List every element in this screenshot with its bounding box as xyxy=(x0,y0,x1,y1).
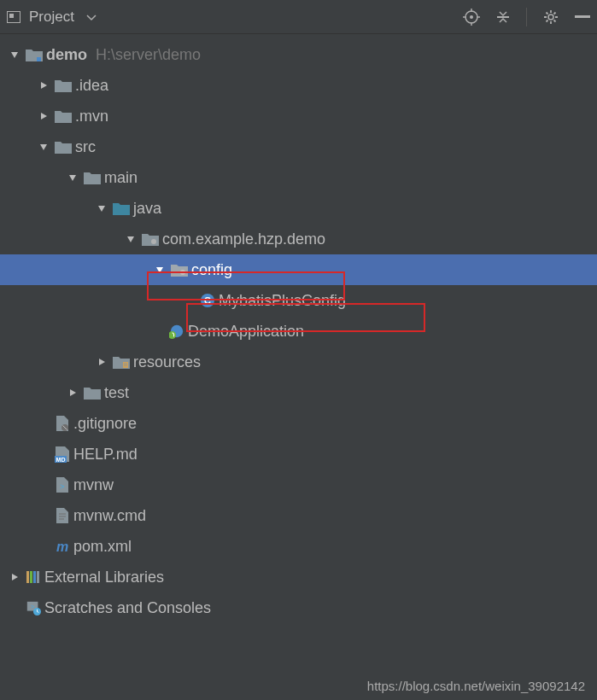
tree-label: DemoApplication xyxy=(188,323,304,341)
source-folder-icon xyxy=(113,201,130,215)
markdown-file-icon: MD xyxy=(55,446,70,463)
svg-rect-28 xyxy=(26,571,29,583)
tree-item-pomxml[interactable]: m pom.xml xyxy=(0,531,597,562)
maven-file-icon: m xyxy=(55,538,70,555)
tree-path: H:\server\demo xyxy=(96,46,201,64)
svg-rect-31 xyxy=(37,571,39,583)
folder-icon xyxy=(55,79,72,92)
tree-label: config xyxy=(191,261,232,279)
tree-label: main xyxy=(104,169,138,187)
svg-point-1 xyxy=(470,15,473,19)
svg-rect-9 xyxy=(37,57,41,61)
tree-item-resources[interactable]: resources xyxy=(0,347,597,377)
tree-label: src xyxy=(75,138,96,156)
tree-label: mvnw xyxy=(73,476,114,494)
tree-item-mvnw[interactable]: > mvnw xyxy=(0,470,597,500)
expand-arrow-icon[interactable] xyxy=(36,143,51,151)
toolbar-divider xyxy=(526,8,527,26)
resources-folder-icon xyxy=(113,355,130,369)
svg-rect-29 xyxy=(30,571,32,583)
dropdown-arrow-icon[interactable] xyxy=(86,9,97,25)
libraries-icon xyxy=(26,569,41,586)
folder-icon xyxy=(55,140,72,154)
tree-item-scratches[interactable]: > Scratches and Consoles xyxy=(0,592,597,623)
tree-item-demo[interactable]: demo H:\server\demo xyxy=(0,39,597,70)
tree-item-demoapp[interactable]: DemoApplication xyxy=(0,316,597,347)
svg-text:MD: MD xyxy=(56,457,66,463)
tree-item-idea[interactable]: .idea xyxy=(0,70,597,101)
expand-arrow-icon[interactable] xyxy=(7,573,22,581)
svg-text:>: > xyxy=(60,482,64,491)
spring-class-icon xyxy=(169,323,184,340)
expand-arrow-icon[interactable] xyxy=(123,235,138,243)
tree-label: .gitignore xyxy=(73,415,137,433)
svg-point-11 xyxy=(180,270,185,275)
svg-text:>: > xyxy=(31,603,35,610)
tree-item-test[interactable]: test xyxy=(0,377,597,408)
package-icon xyxy=(142,232,159,246)
tree-label: HELP.md xyxy=(73,446,138,464)
tree-item-java[interactable]: java xyxy=(0,193,597,224)
tree-label: mvnw.cmd xyxy=(73,507,146,525)
tree-item-mvn[interactable]: .mvn xyxy=(0,101,597,131)
project-tree: demo H:\server\demo .idea .mvn src main … xyxy=(0,34,597,623)
expand-arrow-icon[interactable] xyxy=(152,265,167,274)
collapse-icon[interactable] xyxy=(495,9,511,25)
svg-text:C: C xyxy=(204,295,211,306)
tree-item-main[interactable]: main xyxy=(0,162,597,193)
class-icon: C xyxy=(200,292,215,309)
tree-label: test xyxy=(104,384,129,402)
tree-label: MybatisPlusConfig xyxy=(219,292,346,310)
gear-icon[interactable] xyxy=(542,9,559,26)
file-icon: > xyxy=(55,476,70,493)
project-view-icon xyxy=(7,11,20,23)
tree-label: demo xyxy=(46,46,87,64)
expand-arrow-icon[interactable] xyxy=(94,358,109,366)
folder-icon xyxy=(84,386,101,400)
tree-label: .mvn xyxy=(75,108,108,125)
expand-arrow-icon[interactable] xyxy=(36,112,51,120)
project-label[interactable]: Project xyxy=(29,9,74,26)
tree-item-gitignore[interactable]: .gitignore xyxy=(0,408,597,439)
expand-arrow-icon[interactable] xyxy=(65,173,80,182)
tree-label: resources xyxy=(133,353,201,371)
project-toolbar: Project xyxy=(0,0,597,34)
folder-icon xyxy=(84,171,101,184)
package-icon xyxy=(171,263,188,277)
svg-rect-8 xyxy=(575,15,590,18)
svg-text:m: m xyxy=(56,540,68,554)
tree-label: com.example.hzp.demo xyxy=(162,230,325,248)
expand-arrow-icon[interactable] xyxy=(65,388,80,397)
svg-point-10 xyxy=(151,239,156,244)
expand-arrow-icon[interactable] xyxy=(7,50,22,59)
tree-label: Scratches and Consoles xyxy=(44,599,211,617)
tree-item-config[interactable]: config xyxy=(0,254,597,285)
tree-label: pom.xml xyxy=(73,538,132,556)
tree-item-src[interactable]: src xyxy=(0,131,597,162)
watermark: https://blog.csdn.net/weixin_39092142 xyxy=(367,679,585,693)
tree-item-external-libraries[interactable]: External Libraries xyxy=(0,562,597,592)
target-icon[interactable] xyxy=(463,9,480,26)
tree-label: External Libraries xyxy=(44,569,164,586)
svg-rect-16 xyxy=(123,362,128,368)
svg-rect-30 xyxy=(33,571,36,583)
tree-item-mybatis[interactable]: C MybatisPlusConfig xyxy=(0,285,597,316)
tree-item-package[interactable]: com.example.hzp.demo xyxy=(0,224,597,254)
file-icon xyxy=(55,507,70,524)
tree-label: .idea xyxy=(75,77,108,95)
folder-icon xyxy=(55,109,72,123)
expand-arrow-icon[interactable] xyxy=(94,204,109,213)
scratches-icon: > xyxy=(26,599,41,616)
expand-arrow-icon[interactable] xyxy=(36,81,51,90)
file-icon xyxy=(55,415,70,432)
module-folder-icon xyxy=(26,48,43,61)
tree-label: java xyxy=(133,200,161,218)
svg-point-7 xyxy=(548,15,553,20)
tree-item-helpmd[interactable]: MD HELP.md xyxy=(0,439,597,470)
tree-item-mvnwcmd[interactable]: mvnw.cmd xyxy=(0,500,597,531)
minimize-icon[interactable] xyxy=(575,15,590,19)
